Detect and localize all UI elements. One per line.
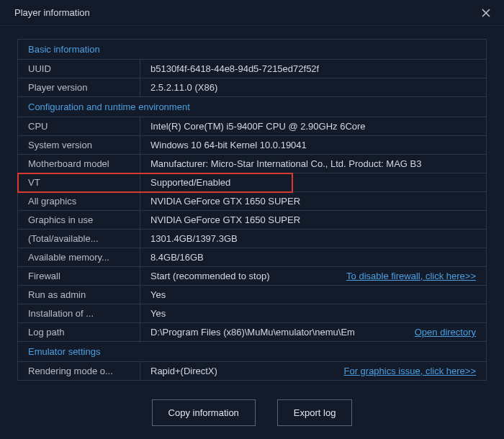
row-system-version: System version Windows 10 64-bit Kernel …: [18, 136, 486, 155]
graphics-in-use-label: Graphics in use: [18, 211, 140, 229]
installation-label: Installation of ...: [18, 304, 140, 322]
disk-value: 1301.4GB/1397.3GB: [150, 233, 238, 244]
memory-value: 8.4GB/16GB: [150, 252, 204, 263]
row-vt: VT Supported/Enabled: [18, 173, 486, 192]
installation-value: Yes: [150, 308, 166, 319]
uuid-value: b5130f4f-6418-44e8-94d5-7215ed72f52f: [150, 63, 319, 74]
system-version-label: System version: [18, 136, 140, 154]
row-memory: Available memory... 8.4GB/16GB: [18, 248, 486, 267]
all-graphics-value: NVIDIA GeForce GTX 1650 SUPER: [150, 196, 300, 207]
section-config-header: Configuration and runtime environment: [18, 97, 486, 117]
log-path-label: Log path: [18, 323, 140, 341]
section-emulator-header: Emulator settings: [18, 342, 486, 362]
row-run-as-admin: Run as admin Yes: [18, 286, 486, 304]
cpu-label: CPU: [18, 117, 140, 135]
motherboard-value: Manufacturer: Micro-Star International C…: [150, 158, 421, 169]
row-log-path: Log path D:\Program Files (x86)\MuMu\emu…: [18, 323, 486, 342]
vt-label: VT: [18, 173, 140, 191]
player-version-value: 2.5.2.11.0 (X86): [150, 82, 217, 93]
info-table: Basic information UUID b5130f4f-6418-44e…: [17, 39, 487, 381]
window-title: Player information: [14, 7, 90, 18]
copy-information-button[interactable]: Copy information: [152, 399, 256, 426]
player-version-label: Player version: [18, 78, 140, 96]
row-all-graphics: All graphics NVIDIA GeForce GTX 1650 SUP…: [18, 192, 486, 211]
run-as-admin-value: Yes: [150, 289, 166, 300]
graphics-issue-link[interactable]: For graphics issue, click here>>: [343, 366, 476, 376]
row-motherboard: Motherboard model Manufacturer: Micro-St…: [18, 155, 486, 173]
graphics-in-use-value: NVIDIA GeForce GTX 1650 SUPER: [150, 214, 300, 225]
row-firewall: Firewall Start (recommended to stop) To …: [18, 267, 486, 286]
motherboard-label: Motherboard model: [18, 155, 140, 173]
row-graphics-in-use: Graphics in use NVIDIA GeForce GTX 1650 …: [18, 211, 486, 230]
rendering-mode-value: Rapid+(DirectX): [150, 366, 217, 376]
row-installation: Installation of ... Yes: [18, 304, 486, 323]
close-icon: [482, 9, 490, 17]
open-directory-link[interactable]: Open directory: [415, 327, 476, 338]
uuid-label: UUID: [18, 60, 140, 78]
cpu-value: Intel(R) Core(TM) i5-9400F CPU @ 2.90GHz…: [150, 121, 366, 132]
row-cpu: CPU Intel(R) Core(TM) i5-9400F CPU @ 2.9…: [18, 117, 486, 136]
titlebar: Player information: [0, 0, 504, 26]
all-graphics-label: All graphics: [18, 192, 140, 210]
content-area: Basic information UUID b5130f4f-6418-44e…: [0, 26, 504, 386]
rendering-mode-label: Rendering mode o...: [18, 362, 140, 380]
section-basic-header: Basic information: [18, 40, 486, 60]
memory-label: Available memory...: [18, 248, 140, 266]
export-log-button[interactable]: Export log: [277, 399, 353, 426]
row-uuid: UUID b5130f4f-6418-44e8-94d5-7215ed72f52…: [18, 60, 486, 78]
row-rendering-mode: Rendering mode o... Rapid+(DirectX) For …: [18, 362, 486, 381]
disk-label: (Total/available...: [18, 230, 140, 248]
firewall-label: Firewall: [18, 267, 140, 285]
button-bar: Copy information Export log: [0, 386, 504, 439]
run-as-admin-label: Run as admin: [18, 286, 140, 304]
log-path-value: D:\Program Files (x86)\MuMu\emulator\nem…: [150, 327, 355, 338]
firewall-value: Start (recommended to stop): [150, 271, 269, 281]
row-disk: (Total/available... 1301.4GB/1397.3GB: [18, 230, 486, 248]
row-player-version: Player version 2.5.2.11.0 (X86): [18, 78, 486, 97]
firewall-disable-link[interactable]: To disable firewall, click here>>: [346, 271, 476, 281]
vt-value: Supported/Enabled: [150, 177, 230, 188]
system-version-value: Windows 10 64-bit Kernel 10.0.19041: [150, 140, 307, 150]
close-button[interactable]: [478, 5, 494, 21]
